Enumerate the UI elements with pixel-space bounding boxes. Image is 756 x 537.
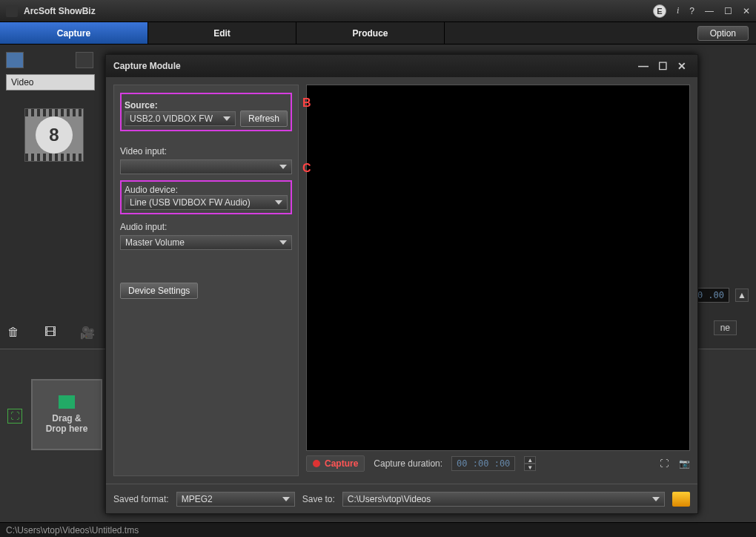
- capture-button[interactable]: Capture: [306, 455, 365, 472]
- audio-input-label: Audio input:: [120, 222, 292, 232]
- capture-button-label: Capture: [325, 458, 358, 469]
- main-tabs: Capture Edit Produce Option: [0, 22, 756, 45]
- annotation-c: C: [302, 162, 311, 175]
- capture-duration-label: Capture duration:: [374, 458, 442, 469]
- source-value: USB2.0 VIDBOX FW: [130, 113, 213, 124]
- library-tab-1[interactable]: [6, 52, 24, 68]
- info-icon[interactable]: i: [677, 5, 679, 16]
- audio-device-value: Line (USB VIDBOX FW Audio): [130, 197, 251, 208]
- tab-produce[interactable]: Produce: [296, 22, 445, 44]
- duration-stepper[interactable]: ▲▼: [524, 456, 536, 471]
- annotation-b: B: [302, 96, 311, 110]
- close-icon[interactable]: ✕: [743, 6, 750, 16]
- minimize-icon[interactable]: —: [705, 6, 714, 16]
- drop-zone[interactable]: Drag & Drop here: [31, 379, 102, 450]
- fullscreen-icon[interactable]: ⛶: [660, 458, 669, 469]
- app-title: ArcSoft ShowBiz: [24, 6, 653, 16]
- audio-input-dropdown[interactable]: Master Volume: [120, 235, 292, 250]
- video-preview: [306, 85, 690, 451]
- media-thumbnail[interactable]: 8: [24, 108, 84, 162]
- audio-device-label: Audio device:: [125, 185, 288, 195]
- trash-icon[interactable]: 🗑: [6, 325, 21, 340]
- drop-label-1: Drag &: [52, 413, 81, 424]
- device-settings-button[interactable]: Device Settings: [120, 283, 198, 299]
- audio-device-dropdown[interactable]: Line (USB VIDBOX FW Audio): [125, 195, 288, 210]
- audio-input-value: Master Volume: [125, 237, 185, 248]
- timeline-header-fragment: ne: [714, 320, 737, 335]
- capture-duration-value: 00 :00 :00: [451, 456, 515, 471]
- modal-close-icon[interactable]: ✕: [674, 59, 690, 73]
- time-stepper[interactable]: ▲: [735, 289, 749, 302]
- video-input-label: Video input:: [120, 146, 292, 157]
- tab-capture[interactable]: Capture: [0, 22, 148, 44]
- film-icon[interactable]: 🎞: [43, 325, 58, 340]
- option-button[interactable]: Option: [697, 26, 749, 41]
- library-tab-2[interactable]: [76, 52, 93, 68]
- drop-label-2: Drop here: [46, 424, 88, 434]
- camera-icon[interactable]: 🎥: [80, 325, 95, 340]
- badge-e[interactable]: E: [653, 4, 666, 18]
- modal-title: Capture Module: [113, 61, 181, 71]
- saved-format-value: MPEG2: [182, 494, 213, 504]
- refresh-button[interactable]: Refresh: [240, 111, 288, 127]
- maximize-icon[interactable]: ☐: [724, 6, 732, 16]
- video-input-dropdown[interactable]: [120, 159, 292, 174]
- tab-edit[interactable]: Edit: [148, 22, 296, 44]
- saved-format-dropdown[interactable]: MPEG2: [176, 492, 295, 507]
- help-icon[interactable]: ?: [689, 6, 694, 16]
- modal-minimize-icon[interactable]: —: [635, 59, 651, 73]
- save-to-label: Save to:: [302, 494, 335, 504]
- capture-module-dialog: Capture Module — ☐ ✕ Source: USB2.0 VIDB…: [105, 54, 698, 514]
- modal-maximize-icon[interactable]: ☐: [654, 59, 671, 73]
- filmstrip-icon: [59, 395, 75, 409]
- media-type-dropdown[interactable]: Video: [6, 74, 95, 90]
- snapshot-icon[interactable]: 📷: [679, 458, 690, 469]
- app-icon: [6, 5, 18, 17]
- save-to-value: C:\Users\vtop\Videos: [348, 494, 431, 504]
- saved-format-label: Saved format:: [113, 494, 169, 504]
- expand-icon[interactable]: ⛶: [7, 409, 22, 424]
- title-bar: ArcSoft ShowBiz E i ? — ☐ ✕: [0, 0, 756, 22]
- record-icon: [313, 460, 320, 467]
- save-to-dropdown[interactable]: C:\Users\vtop\Videos: [342, 492, 665, 507]
- browse-folder-icon[interactable]: [672, 492, 690, 507]
- source-dropdown[interactable]: USB2.0 VIDBOX FW: [125, 111, 236, 126]
- countdown-icon: 8: [36, 116, 73, 154]
- source-label: Source:: [125, 100, 288, 111]
- status-bar: C:\Users\vtop\Videos\Untitled.tms: [0, 522, 756, 537]
